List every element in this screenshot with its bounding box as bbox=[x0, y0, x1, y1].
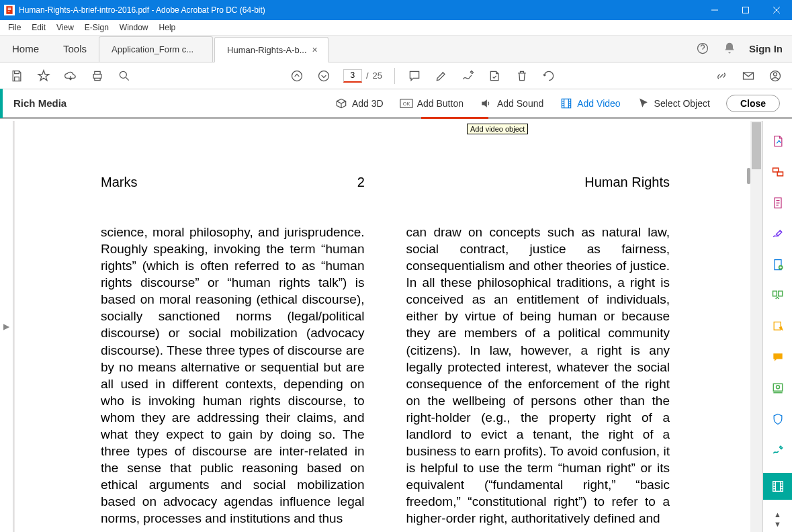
title-bar: Human-Rights-A-brief-intro-2016.pdf - Ad… bbox=[0, 0, 792, 20]
help-icon[interactable] bbox=[695, 41, 710, 56]
tab-tools[interactable]: Tools bbox=[51, 35, 99, 62]
cloud-icon[interactable] bbox=[63, 69, 78, 83]
rotate-icon[interactable] bbox=[541, 69, 556, 83]
column-right: can draw on concepts such as natural law… bbox=[406, 224, 670, 527]
window-title: Human-Rights-A-brief-intro-2016.pdf - Ad… bbox=[19, 5, 699, 15]
menu-view[interactable]: View bbox=[51, 20, 79, 35]
doc-tab-2[interactable]: Human-Rights-A-b...× bbox=[214, 37, 328, 62]
column-left: science, moral philosophy, and jurisprud… bbox=[101, 224, 365, 527]
active-tool-underline bbox=[421, 117, 488, 119]
page-down-icon[interactable] bbox=[316, 69, 331, 83]
page-header-num: 2 bbox=[357, 175, 365, 190]
svg-point-4 bbox=[292, 71, 302, 81]
link-icon[interactable] bbox=[714, 69, 729, 83]
doc-tab-1[interactable]: Application_Form c... bbox=[99, 36, 213, 62]
maximize-button[interactable] bbox=[730, 0, 761, 20]
svg-rect-12 bbox=[773, 168, 778, 172]
export-pdf-icon[interactable] bbox=[770, 257, 786, 273]
bell-icon[interactable] bbox=[722, 41, 737, 56]
edit-pdf-icon[interactable] bbox=[770, 195, 786, 211]
page-up-icon[interactable] bbox=[290, 69, 304, 83]
stamp-icon[interactable] bbox=[488, 69, 502, 83]
svg-text:OK: OK bbox=[402, 100, 410, 106]
star-icon[interactable] bbox=[36, 69, 51, 83]
menu-help[interactable]: Help bbox=[154, 20, 181, 35]
create-pdf-icon[interactable] bbox=[770, 133, 786, 149]
svg-rect-2 bbox=[93, 74, 101, 78]
send-comments-icon[interactable] bbox=[770, 318, 786, 335]
document-area: ▶ Marks 2 Human Rights science, moral ph… bbox=[0, 121, 762, 532]
svg-point-3 bbox=[120, 71, 126, 78]
comment-rail-icon[interactable] bbox=[770, 349, 786, 365]
rich-media-bar: Rich Media Add 3D OKAdd Button Add Sound… bbox=[0, 89, 792, 119]
organize-icon[interactable] bbox=[770, 287, 786, 304]
ok-button-icon: OK bbox=[400, 97, 413, 110]
tab-home[interactable]: Home bbox=[0, 35, 51, 62]
doc-tab-2-label: Human-Rights-A-b... bbox=[227, 45, 306, 55]
page-indicator: / 25 bbox=[343, 69, 382, 83]
profile-icon[interactable] bbox=[768, 69, 783, 83]
chevron-right-icon: ▶ bbox=[3, 322, 9, 331]
combine-icon[interactable] bbox=[770, 164, 786, 180]
add-sound-tool[interactable]: Add Sound bbox=[480, 97, 543, 110]
doc-tab-1-label: Application_Form c... bbox=[112, 44, 193, 54]
svg-rect-0 bbox=[743, 7, 749, 13]
scroll-thumb[interactable] bbox=[752, 122, 761, 169]
menu-edit[interactable]: Edit bbox=[26, 20, 51, 35]
save-icon[interactable] bbox=[9, 69, 24, 83]
tooltip: Add video object bbox=[467, 124, 528, 134]
menu-esign[interactable]: E-Sign bbox=[79, 20, 114, 35]
menu-bar: File Edit View E-Sign Window Help bbox=[0, 20, 792, 36]
zoom-icon[interactable] bbox=[117, 69, 132, 83]
svg-rect-15 bbox=[773, 291, 777, 296]
scan-icon[interactable] bbox=[770, 380, 786, 396]
speaker-icon bbox=[480, 97, 493, 110]
rich-media-title: Rich Media bbox=[13, 97, 67, 109]
add-video-tool[interactable]: Add Video bbox=[560, 97, 620, 110]
page-total: 25 bbox=[373, 71, 382, 81]
svg-rect-13 bbox=[777, 172, 783, 176]
protect-icon[interactable] bbox=[770, 411, 786, 427]
trash-icon[interactable] bbox=[515, 69, 529, 83]
close-window-button[interactable] bbox=[761, 0, 792, 20]
svg-point-18 bbox=[776, 386, 779, 389]
cube-icon bbox=[335, 97, 348, 110]
menu-file[interactable]: File bbox=[3, 20, 26, 35]
tab-row: Home Tools Application_Form c... Human-R… bbox=[0, 36, 792, 62]
close-richmedia-button[interactable]: Close bbox=[726, 95, 780, 112]
cursor-icon bbox=[637, 97, 650, 110]
page-header-left: Marks bbox=[101, 175, 137, 190]
select-object-tool[interactable]: Select Object bbox=[637, 97, 710, 110]
fill-sign-rail-icon[interactable] bbox=[770, 442, 786, 458]
main-toolbar: / 25 bbox=[0, 62, 792, 89]
close-tab-icon[interactable]: × bbox=[312, 44, 318, 55]
add-3d-tool[interactable]: Add 3D bbox=[335, 97, 384, 110]
highlight-icon[interactable] bbox=[434, 69, 449, 83]
page-header-right: Human Rights bbox=[584, 175, 670, 190]
sign-in-button[interactable]: Sign In bbox=[749, 43, 783, 54]
print-icon[interactable] bbox=[90, 69, 105, 83]
svg-point-8 bbox=[774, 73, 777, 76]
minimize-button[interactable] bbox=[699, 0, 730, 20]
rail-scroll-arrows[interactable]: ▲▼ bbox=[774, 511, 781, 528]
sign-icon[interactable] bbox=[770, 226, 786, 242]
svg-point-5 bbox=[318, 71, 328, 81]
right-tool-rail: ▲▼ bbox=[762, 121, 792, 532]
vertical-scrollbar[interactable] bbox=[750, 121, 762, 532]
page-number-input[interactable] bbox=[343, 69, 362, 83]
svg-rect-17 bbox=[773, 384, 782, 391]
menu-window[interactable]: Window bbox=[114, 20, 154, 35]
left-nav-rail[interactable]: ▶ bbox=[0, 121, 13, 532]
comment-icon[interactable] bbox=[407, 69, 422, 83]
mail-icon[interactable] bbox=[741, 69, 756, 83]
svg-rect-16 bbox=[778, 291, 782, 296]
rich-media-rail-icon[interactable] bbox=[763, 473, 793, 500]
pdf-page: Marks 2 Human Rights science, moral phil… bbox=[15, 121, 750, 532]
draw-icon[interactable] bbox=[461, 69, 476, 83]
add-button-tool[interactable]: OKAdd Button bbox=[400, 97, 464, 110]
acrobat-icon bbox=[4, 5, 15, 15]
film-icon bbox=[560, 97, 573, 110]
